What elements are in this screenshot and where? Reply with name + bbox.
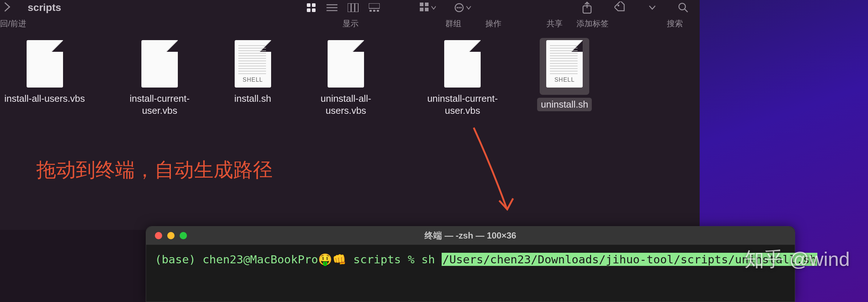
svg-rect-16	[420, 8, 423, 11]
svg-line-25	[685, 9, 688, 12]
nav-label: 回/前进	[0, 18, 26, 29]
search-icon[interactable]	[678, 2, 689, 13]
column-view-icon[interactable]	[348, 3, 359, 12]
gallery-view-icon[interactable]	[369, 3, 380, 12]
file-name: uninstall.sh	[537, 98, 592, 111]
svg-point-20	[458, 7, 460, 8]
terminal-titlebar[interactable]: 终端 — -zsh — 100×36	[146, 226, 795, 245]
maximize-button[interactable]	[180, 232, 187, 239]
search-label: 搜索	[667, 18, 683, 29]
file-icon	[141, 40, 178, 88]
file-item[interactable]: SHELLinstall.sh	[234, 40, 271, 116]
tag-label: 添加标签	[576, 18, 609, 29]
terminal-window: 终端 — -zsh — 100×36 (base) chen23@MacBook…	[146, 226, 795, 302]
folder-title: scripts	[28, 2, 61, 13]
file-icon	[328, 40, 364, 88]
svg-rect-1	[312, 3, 316, 7]
view-label: 显示	[343, 18, 359, 29]
svg-rect-13	[377, 10, 379, 12]
svg-rect-0	[307, 3, 310, 7]
finder-toolbar: scripts	[0, 0, 700, 15]
svg-point-21	[460, 7, 462, 8]
file-icon	[27, 40, 63, 88]
chevron-down-icon[interactable]	[649, 5, 656, 10]
svg-rect-14	[420, 3, 423, 6]
finder-window: scripts	[0, 0, 700, 230]
svg-rect-7	[348, 3, 351, 12]
minimize-button[interactable]	[167, 232, 175, 239]
share-icon[interactable]	[582, 1, 593, 14]
action-icon[interactable]	[454, 3, 472, 13]
file-item[interactable]: install-current-user.vbs	[118, 40, 202, 116]
file-item[interactable]: uninstall-current-user.vbs	[421, 40, 504, 116]
svg-rect-8	[351, 3, 355, 12]
svg-point-23	[618, 5, 619, 7]
file-name: install.sh	[234, 93, 271, 105]
svg-rect-2	[307, 8, 310, 12]
action-label: 操作	[485, 18, 501, 29]
svg-point-19	[457, 7, 458, 8]
annotation-text: 拖动到终端，自动生成路径	[36, 157, 273, 183]
terminal-title: 终端 — -zsh — 100×36	[146, 230, 795, 241]
file-item[interactable]: uninstall-all-users.vbs	[304, 40, 388, 116]
svg-rect-9	[355, 3, 358, 12]
group-label: 群组	[445, 18, 461, 29]
shell-badge: SHELL	[546, 77, 583, 83]
svg-rect-3	[312, 8, 316, 12]
file-grid: install-all-users.vbsinstall-current-use…	[0, 40, 592, 116]
view-switcher[interactable]	[306, 3, 380, 13]
shell-file-icon: SHELL	[546, 40, 583, 88]
file-name: uninstall-current-user.vbs	[421, 93, 504, 116]
toolbar-labels: 回/前进 显示 群组 操作 共享 添加标签 搜索	[0, 18, 700, 29]
watermark: 知乎 @wind	[744, 246, 850, 273]
svg-rect-17	[425, 8, 429, 11]
group-icon[interactable]	[420, 3, 436, 13]
file-item[interactable]: install-all-users.vbs	[4, 40, 85, 116]
icon-view-icon[interactable]	[306, 3, 316, 13]
share-label: 共享	[547, 18, 563, 29]
shell-badge: SHELL	[235, 77, 271, 83]
file-item[interactable]: SHELLuninstall.sh	[537, 40, 592, 116]
forward-nav-icon[interactable]	[4, 1, 11, 14]
svg-rect-12	[373, 10, 375, 12]
shell-file-icon: SHELL	[235, 40, 271, 88]
terminal-prompt: (base) chen23@MacBookPro🤑👊 scripts % sh	[155, 253, 442, 266]
svg-rect-11	[370, 10, 372, 12]
svg-rect-15	[425, 3, 429, 6]
file-name: install-all-users.vbs	[4, 93, 85, 105]
close-button[interactable]	[155, 232, 162, 239]
svg-point-24	[679, 3, 685, 10]
file-name: uninstall-all-users.vbs	[304, 93, 388, 116]
tag-icon[interactable]	[614, 1, 627, 14]
list-view-icon[interactable]	[327, 3, 337, 12]
file-name: install-current-user.vbs	[118, 93, 202, 116]
svg-rect-10	[369, 3, 380, 8]
file-icon	[444, 40, 481, 88]
terminal-body[interactable]: (base) chen23@MacBookPro🤑👊 scripts % sh …	[146, 245, 795, 274]
